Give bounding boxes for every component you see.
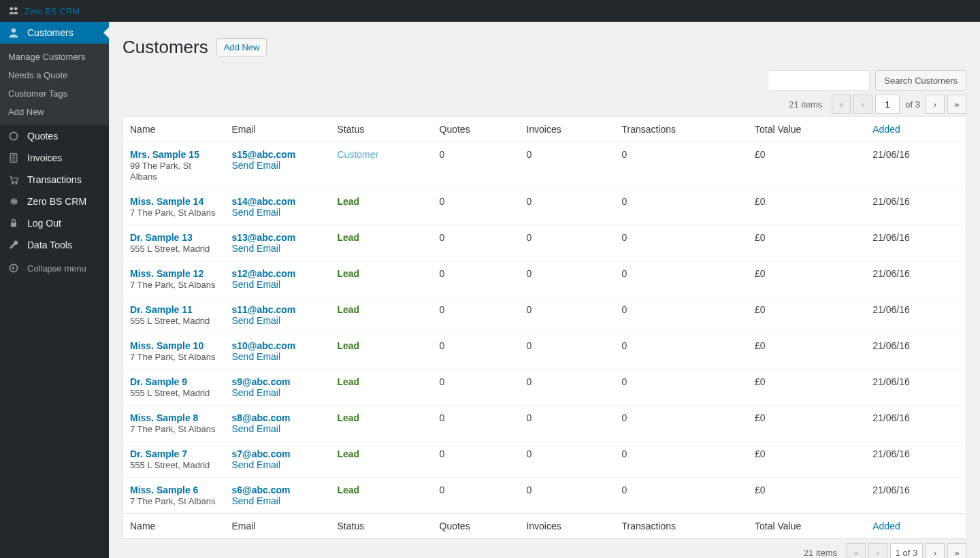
- table-row: Miss. Sample 147 The Park, St Albanss14@…: [123, 189, 966, 225]
- send-email-link[interactable]: Send Email: [232, 279, 281, 290]
- column-footer-invoices[interactable]: Invoices: [519, 514, 615, 539]
- prev-page-button[interactable]: ‹: [868, 543, 887, 558]
- customer-email-link[interactable]: s6@abc.com: [232, 485, 324, 495]
- current-page-input[interactable]: [875, 95, 900, 114]
- column-header-name[interactable]: Name: [123, 117, 225, 142]
- column-header-email[interactable]: Email: [225, 117, 331, 142]
- send-email-link[interactable]: Send Email: [232, 459, 281, 470]
- site-name-link[interactable]: Zero BS CRM: [24, 6, 80, 16]
- svg-point-8: [12, 183, 13, 184]
- customer-address: 7 The Park, St Albans: [130, 496, 216, 506]
- sidebar-subitem-manage-customers[interactable]: Manage Customers: [0, 48, 109, 66]
- send-email-link[interactable]: Send Email: [232, 243, 281, 254]
- column-header-added[interactable]: Added: [866, 117, 966, 142]
- cell-invoices: 0: [519, 333, 615, 370]
- prev-page-button[interactable]: ‹: [853, 95, 872, 114]
- sidebar-subitem-add-new[interactable]: Add New: [0, 103, 109, 121]
- customer-email-link[interactable]: s13@abc.com: [232, 232, 324, 243]
- sidebar-subitem-label: Manage Customers: [8, 52, 85, 62]
- customer-email-link[interactable]: s12@abc.com: [232, 268, 324, 279]
- table-row: Mrs. Sample 1599 The Park, St Albanss15@…: [123, 142, 966, 189]
- next-page-button[interactable]: ›: [926, 543, 945, 558]
- sidebar-subitem-customer-tags[interactable]: Customer Tags: [0, 84, 109, 103]
- send-email-link[interactable]: Send Email: [232, 387, 281, 398]
- column-header-quotes[interactable]: Quotes: [433, 117, 520, 142]
- svg-point-9: [16, 183, 17, 184]
- cell-transactions: 0: [615, 442, 748, 478]
- customer-name-link[interactable]: Mrs. Sample 15: [130, 149, 218, 160]
- customer-name-link[interactable]: Miss. Sample 6: [130, 485, 218, 495]
- collapse-icon: [8, 263, 22, 274]
- cell-added: 21/06/16: [866, 370, 966, 406]
- sidebar-item-zero-bs-crm[interactable]: Zero BS CRM: [0, 191, 109, 212]
- customer-name-link[interactable]: Miss. Sample 14: [130, 196, 218, 207]
- send-email-link[interactable]: Send Email: [232, 160, 281, 171]
- column-footer-name[interactable]: Name: [123, 514, 225, 539]
- send-email-link[interactable]: Send Email: [232, 423, 281, 434]
- wrench-icon: [8, 240, 22, 250]
- cell-total-value: £0: [748, 297, 866, 333]
- sort-added-link[interactable]: Added: [872, 521, 900, 531]
- cell-transactions: 0: [615, 370, 748, 406]
- customer-name-link[interactable]: Miss. Sample 8: [130, 412, 218, 423]
- column-footer-total-value[interactable]: Total Value: [748, 514, 866, 539]
- column-footer-status[interactable]: Status: [331, 514, 433, 539]
- cell-invoices: 0: [519, 406, 615, 442]
- next-page-button[interactable]: ›: [926, 95, 945, 114]
- collapse-menu-button[interactable]: Collapse menu: [0, 256, 109, 280]
- column-header-total-value[interactable]: Total Value: [748, 117, 866, 142]
- column-footer-added[interactable]: Added: [866, 514, 966, 539]
- search-toolbar: Search Customers: [122, 70, 966, 91]
- send-email-link[interactable]: Send Email: [232, 315, 281, 326]
- column-footer-email[interactable]: Email: [225, 514, 331, 539]
- lock-icon: [8, 218, 22, 229]
- column-header-transactions[interactable]: Transactions: [615, 117, 748, 142]
- column-footer-quotes[interactable]: Quotes: [433, 514, 520, 539]
- customer-email-link[interactable]: s10@abc.com: [232, 340, 324, 351]
- first-page-button[interactable]: «: [847, 543, 866, 558]
- sidebar-item-transactions[interactable]: Transactions: [0, 169, 109, 191]
- of-pages-label: of 3: [902, 99, 923, 110]
- customer-email-link[interactable]: s14@abc.com: [232, 196, 324, 207]
- send-email-link[interactable]: Send Email: [232, 351, 281, 362]
- column-footer-transactions[interactable]: Transactions: [615, 514, 748, 539]
- customer-email-link[interactable]: s9@abc.com: [232, 376, 324, 387]
- customer-name-link[interactable]: Miss. Sample 10: [130, 340, 218, 351]
- customer-address: 7 The Park, St Albans: [130, 280, 216, 290]
- cell-invoices: 0: [519, 225, 615, 261]
- sidebar-submenu-customers: Manage Customers Needs a Quote Customer …: [0, 44, 109, 125]
- column-header-invoices[interactable]: Invoices: [519, 117, 615, 142]
- customer-email-link[interactable]: s7@abc.com: [232, 448, 324, 459]
- last-page-button[interactable]: »: [947, 543, 966, 558]
- customer-email-link[interactable]: s8@abc.com: [232, 412, 324, 423]
- send-email-link[interactable]: Send Email: [232, 207, 281, 218]
- sort-added-link[interactable]: Added: [872, 124, 900, 135]
- cell-added: 21/06/16: [866, 297, 966, 333]
- sidebar-item-data-tools[interactable]: Data Tools: [0, 234, 109, 256]
- sidebar-item-log-out[interactable]: Log Out: [0, 212, 109, 234]
- search-input[interactable]: [768, 70, 870, 91]
- sidebar-subitem-needs-a-quote[interactable]: Needs a Quote: [0, 66, 109, 84]
- first-page-button[interactable]: «: [832, 95, 851, 114]
- sidebar-item-quotes[interactable]: Quotes: [0, 125, 109, 147]
- column-header-status[interactable]: Status: [331, 117, 433, 142]
- sidebar-subitem-label: Needs a Quote: [8, 70, 67, 80]
- sidebar-item-customers[interactable]: Customers: [0, 22, 109, 44]
- cell-added: 21/06/16: [866, 225, 966, 261]
- customer-name-link[interactable]: Dr. Sample 13: [130, 232, 218, 243]
- pagination-top: 21 items « ‹ of 3 › »: [122, 95, 966, 114]
- send-email-link[interactable]: Send Email: [232, 495, 281, 506]
- search-customers-button[interactable]: Search Customers: [875, 70, 966, 91]
- customer-name-link[interactable]: Dr. Sample 11: [130, 304, 218, 315]
- customer-name-link[interactable]: Dr. Sample 7: [130, 448, 218, 459]
- customer-email-link[interactable]: s15@abc.com: [232, 149, 324, 160]
- customer-name-link[interactable]: Miss. Sample 12: [130, 268, 218, 279]
- customer-address: 7 The Park, St Albans: [130, 352, 216, 362]
- add-new-button[interactable]: Add New: [216, 38, 267, 56]
- cell-transactions: 0: [615, 142, 748, 189]
- last-page-button[interactable]: »: [947, 95, 966, 114]
- customer-email-link[interactable]: s11@abc.com: [232, 304, 324, 315]
- sidebar-item-invoices[interactable]: Invoices: [0, 147, 109, 169]
- customer-name-link[interactable]: Dr. Sample 9: [130, 376, 218, 387]
- svg-point-11: [10, 264, 17, 272]
